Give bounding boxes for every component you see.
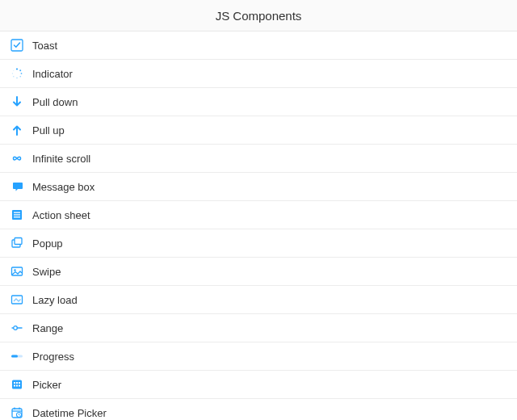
list-item-swipe[interactable]: Swipe bbox=[0, 258, 517, 286]
list-item-label: Pull down bbox=[32, 96, 78, 108]
page-title: JS Components bbox=[0, 0, 517, 32]
svg-rect-12 bbox=[14, 216, 20, 217]
svg-rect-14 bbox=[15, 238, 22, 245]
svg-point-19 bbox=[14, 326, 18, 330]
svg-point-5 bbox=[16, 78, 18, 79]
list-item-label: Range bbox=[32, 322, 63, 334]
lazy-icon bbox=[10, 292, 24, 307]
list-item-infinite-scroll[interactable]: Infinite scroll bbox=[0, 145, 517, 173]
list-item-label: Pull up bbox=[32, 124, 65, 136]
svg-point-8 bbox=[13, 70, 14, 71]
list-item-label: Picker bbox=[32, 379, 61, 391]
svg-rect-28 bbox=[19, 385, 20, 387]
list-item-label: Swipe bbox=[32, 266, 61, 278]
component-list: Toast Indicator Pull down Pull up bbox=[0, 32, 517, 420]
list-item-lazy-load[interactable]: Lazy load bbox=[0, 286, 517, 314]
range-icon bbox=[10, 321, 24, 335]
list-item-picker[interactable]: Picker bbox=[0, 371, 517, 399]
svg-rect-22 bbox=[12, 380, 22, 389]
list-item-popup[interactable]: Popup bbox=[0, 229, 517, 258]
list-item-label: Popup bbox=[32, 237, 63, 250]
datetime-icon bbox=[10, 405, 24, 420]
list-item-label: Progress bbox=[32, 351, 74, 363]
arrow-up-icon bbox=[10, 123, 24, 137]
svg-rect-23 bbox=[14, 382, 15, 384]
popup-icon bbox=[10, 236, 24, 250]
list-item-label: Message box bbox=[32, 181, 95, 193]
list-item-label: Action sheet bbox=[32, 209, 90, 221]
svg-rect-27 bbox=[16, 385, 18, 387]
list-item-label: Lazy load bbox=[32, 294, 78, 306]
list-item-pull-down[interactable]: Pull down bbox=[0, 88, 517, 116]
list-item-label: Datetime Picker bbox=[32, 407, 107, 419]
svg-point-4 bbox=[19, 76, 21, 78]
list-item-indicator[interactable]: Indicator bbox=[0, 60, 517, 88]
svg-point-3 bbox=[21, 73, 23, 74]
infinity-icon bbox=[10, 151, 24, 166]
progress-icon bbox=[10, 349, 24, 363]
message-icon bbox=[10, 179, 24, 194]
svg-rect-21 bbox=[11, 355, 18, 358]
picker-icon bbox=[10, 377, 24, 392]
list-item-toast[interactable]: Toast bbox=[0, 32, 517, 60]
list-item-label: Toast bbox=[32, 40, 57, 52]
svg-rect-10 bbox=[14, 212, 20, 213]
svg-point-1 bbox=[16, 68, 18, 69]
list-item-label: Indicator bbox=[32, 68, 73, 80]
list-item-message-box[interactable]: Message box bbox=[0, 173, 517, 201]
list-item-label: Infinite scroll bbox=[32, 153, 90, 165]
arrow-down-icon bbox=[10, 94, 24, 109]
image-icon bbox=[10, 264, 24, 279]
sheet-icon bbox=[10, 208, 24, 222]
svg-rect-11 bbox=[14, 214, 20, 215]
list-item-range[interactable]: Range bbox=[0, 314, 517, 342]
svg-point-7 bbox=[12, 73, 13, 74]
svg-rect-26 bbox=[14, 385, 15, 387]
list-item-action-sheet[interactable]: Action sheet bbox=[0, 201, 517, 229]
svg-point-6 bbox=[13, 76, 14, 77]
svg-point-16 bbox=[14, 269, 15, 271]
list-item-pull-up[interactable]: Pull up bbox=[0, 116, 517, 145]
list-item-datetime-picker[interactable]: Datetime Picker bbox=[0, 399, 517, 420]
svg-point-2 bbox=[19, 69, 21, 71]
spinner-icon bbox=[10, 66, 24, 81]
list-item-progress[interactable]: Progress bbox=[0, 342, 517, 371]
svg-rect-25 bbox=[19, 382, 20, 384]
svg-rect-24 bbox=[16, 382, 18, 384]
check-square-icon bbox=[10, 38, 24, 52]
